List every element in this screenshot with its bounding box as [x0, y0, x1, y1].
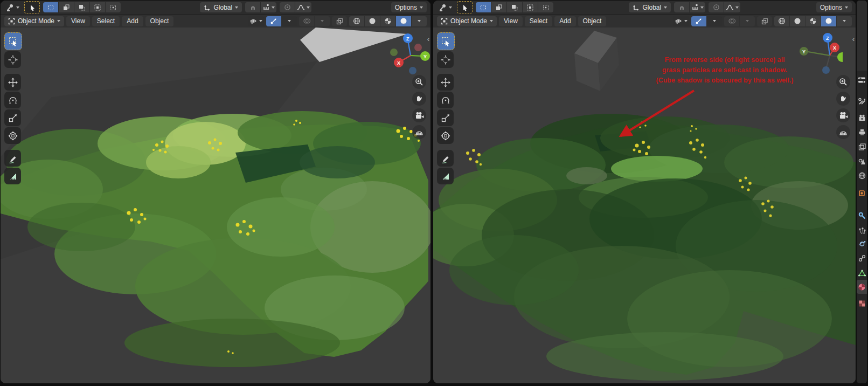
- viewport-3d-region-left[interactable]: Z Y X ‹: [1, 27, 430, 383]
- visibility-dropdown[interactable]: [248, 16, 264, 26]
- pan-button[interactable]: [412, 92, 426, 106]
- sidebar-toggle-icon[interactable]: ‹: [427, 36, 429, 43]
- mode-dropdown[interactable]: Object Mode: [437, 16, 497, 26]
- tab-material[interactable]: [857, 280, 867, 294]
- select-mode-intersect-button[interactable]: [538, 2, 553, 12]
- select-mode-new-button[interactable]: [476, 2, 491, 12]
- select-mode-new-button[interactable]: [43, 2, 58, 12]
- pan-button[interactable]: [836, 92, 850, 106]
- gizmo-axis-neg-z[interactable]: [822, 66, 830, 74]
- shading-rendered-button[interactable]: [396, 16, 411, 26]
- gizmo-axis-neg-x[interactable]: [414, 44, 422, 51]
- viewport-3d-region-right[interactable]: From reverse side (of light source) all …: [433, 27, 856, 383]
- nav-gizmo-left[interactable]: Z Y X: [388, 32, 430, 79]
- select-mode-subtract-button[interactable]: [74, 2, 89, 12]
- tab-editor-type[interactable]: [857, 73, 867, 87]
- tab-tool[interactable]: [857, 94, 867, 108]
- overlays-dropdown[interactable]: [740, 16, 755, 26]
- orientation-dropdown[interactable]: Global: [200, 2, 242, 12]
- cube-object[interactable]: [574, 31, 619, 91]
- select-mode-subtract-button[interactable]: [507, 2, 522, 12]
- snap-toggle-button[interactable]: [674, 2, 689, 12]
- shading-solid-button[interactable]: [790, 16, 805, 26]
- tool-transform[interactable]: [437, 127, 454, 144]
- shading-wireframe-button[interactable]: [349, 16, 364, 26]
- gizmo-dropdown[interactable]: [707, 16, 722, 26]
- menu-view[interactable]: View: [66, 16, 90, 26]
- camera-view-button[interactable]: [836, 108, 850, 122]
- tool-rotate[interactable]: [437, 92, 454, 108]
- active-tool-button[interactable]: [24, 1, 40, 13]
- shading-dropdown[interactable]: [412, 16, 427, 26]
- tool-scale[interactable]: [4, 109, 21, 126]
- gizmo-dropdown[interactable]: [282, 16, 297, 26]
- options-dropdown[interactable]: Options: [391, 2, 427, 12]
- tab-particles[interactable]: [857, 224, 867, 238]
- options-dropdown[interactable]: Options: [816, 2, 852, 12]
- shading-material-button[interactable]: [380, 16, 395, 26]
- snap-target-dropdown[interactable]: [690, 2, 705, 12]
- tab-constraints[interactable]: [857, 251, 867, 265]
- mode-dropdown[interactable]: Object Mode: [4, 16, 64, 26]
- zoom-button[interactable]: [412, 75, 426, 89]
- tab-world[interactable]: [857, 169, 867, 183]
- tool-settings-editor-button[interactable]: [4, 2, 21, 12]
- tab-physics[interactable]: [857, 237, 867, 251]
- gizmo-axis-neg-z[interactable]: [409, 67, 416, 74]
- menu-object[interactable]: Object: [578, 16, 607, 26]
- menu-select[interactable]: Select: [525, 16, 552, 26]
- tool-settings-editor-button[interactable]: [437, 2, 454, 12]
- tool-transform[interactable]: [4, 127, 21, 144]
- snap-toggle-button[interactable]: [245, 2, 260, 12]
- xray-toggle-button[interactable]: [757, 16, 772, 26]
- tool-measure[interactable]: [437, 168, 454, 184]
- visibility-dropdown[interactable]: [673, 16, 689, 26]
- tool-cursor[interactable]: [437, 51, 454, 68]
- tool-annotate[interactable]: [4, 150, 21, 167]
- zoom-button[interactable]: [836, 75, 850, 89]
- camera-view-button[interactable]: [412, 108, 426, 122]
- orthographic-button[interactable]: [836, 125, 850, 139]
- proportional-falloff-dropdown[interactable]: [724, 2, 740, 12]
- shading-rendered-button[interactable]: [821, 16, 836, 26]
- sidebar-toggle-icon[interactable]: ‹: [852, 36, 855, 43]
- tab-output[interactable]: [857, 125, 867, 139]
- overlays-toggle-button[interactable]: [299, 16, 314, 26]
- shading-dropdown[interactable]: [837, 16, 852, 26]
- tab-render[interactable]: [857, 111, 867, 125]
- tab-texture[interactable]: [857, 297, 867, 311]
- shading-material-button[interactable]: [805, 16, 821, 26]
- orientation-dropdown[interactable]: Global: [629, 2, 671, 12]
- tool-scale[interactable]: [437, 109, 454, 126]
- gizmo-axis-y[interactable]: [837, 52, 843, 62]
- active-tool-button[interactable]: [457, 1, 473, 13]
- shading-wireframe-button[interactable]: [774, 16, 789, 26]
- menu-object[interactable]: Object: [145, 16, 174, 26]
- menu-add[interactable]: Add: [554, 16, 575, 26]
- tab-object[interactable]: [857, 186, 867, 200]
- proportional-editing-button[interactable]: [280, 2, 295, 12]
- xray-toggle-button[interactable]: [332, 16, 347, 26]
- tool-move[interactable]: [437, 74, 454, 91]
- menu-select[interactable]: Select: [92, 16, 120, 26]
- select-mode-extend-button[interactable]: [59, 2, 74, 12]
- tool-cursor[interactable]: [4, 51, 21, 68]
- overlays-dropdown[interactable]: [315, 16, 330, 26]
- tool-rotate[interactable]: [4, 92, 21, 108]
- menu-view[interactable]: View: [499, 16, 523, 26]
- select-mode-intersect-button[interactable]: [106, 2, 121, 12]
- tab-view-layer[interactable]: [857, 140, 867, 154]
- tool-measure[interactable]: [4, 168, 21, 184]
- tab-modifiers[interactable]: [857, 209, 867, 223]
- menu-add[interactable]: Add: [122, 16, 143, 26]
- select-mode-invert-button[interactable]: [523, 2, 538, 12]
- select-mode-invert-button[interactable]: [90, 2, 105, 12]
- tab-scene[interactable]: [857, 154, 867, 168]
- tool-select-box[interactable]: [437, 32, 455, 50]
- gizmo-toggle-button[interactable]: [691, 16, 706, 26]
- gizmo-axis-neg-y[interactable]: [390, 49, 398, 56]
- gizmo-toggle-button[interactable]: [266, 16, 281, 26]
- proportional-falloff-dropdown[interactable]: [295, 2, 311, 12]
- snap-target-dropdown[interactable]: [261, 2, 276, 12]
- select-mode-extend-button[interactable]: [491, 2, 506, 12]
